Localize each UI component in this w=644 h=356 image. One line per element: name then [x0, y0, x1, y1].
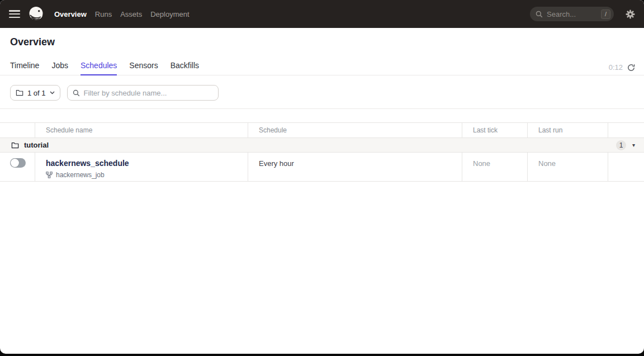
- repo-scope-label: 1 of 1: [27, 89, 46, 97]
- topbar-right-group: Search... /: [530, 7, 635, 21]
- tab-schedules[interactable]: Schedules: [80, 61, 117, 75]
- toggle-cell: [0, 153, 35, 181]
- schedule-name-link[interactable]: hackernews_schedule: [46, 159, 129, 168]
- last-run-value: None: [538, 159, 556, 168]
- overview-tabs: Timeline Jobs Schedules Sensors Backfill…: [0, 60, 644, 75]
- search-icon: [536, 11, 543, 18]
- tab-backfills[interactable]: Backfills: [171, 61, 199, 75]
- nav-item-assets[interactable]: Assets: [120, 10, 142, 18]
- nav-item-overview[interactable]: Overview: [54, 10, 87, 18]
- last-tick-cell: None: [462, 153, 527, 181]
- repo-group-row[interactable]: tutorial 1 ▾: [0, 138, 644, 153]
- repo-group-name: tutorial: [24, 141, 49, 149]
- overview-page: Overview Timeline Jobs Schedules Sensors…: [0, 36, 644, 182]
- header-last-run: Last run: [527, 123, 608, 137]
- schedule-table-row: hackernews_schedule hackernews_job: [0, 153, 644, 182]
- collapse-caret-icon[interactable]: ▾: [632, 143, 635, 148]
- refresh-countdown: 0:12: [609, 63, 623, 72]
- header-last-tick: Last tick: [462, 123, 527, 137]
- search-shortcut-kbd: /: [601, 10, 610, 19]
- tab-sensors[interactable]: Sensors: [129, 61, 158, 75]
- schedule-filter-field: [67, 85, 219, 101]
- nav-item-runs[interactable]: Runs: [95, 10, 112, 18]
- dagster-logo-icon[interactable]: [27, 6, 45, 23]
- last-tick-value: None: [473, 159, 490, 168]
- last-run-cell: None: [527, 153, 608, 181]
- folder-icon: [16, 89, 23, 96]
- global-search-input[interactable]: Search... /: [530, 7, 614, 21]
- job-name-link[interactable]: hackernews_job: [56, 171, 105, 179]
- table-header-row: Schedule name Schedule Last tick Last ru…: [0, 123, 644, 138]
- header-actions-column: [608, 123, 644, 137]
- chevron-down-icon: [50, 91, 55, 94]
- tab-timeline[interactable]: Timeline: [10, 61, 39, 75]
- group-count-badge: 1: [616, 140, 626, 150]
- settings-gear-icon[interactable]: [626, 10, 635, 19]
- tab-jobs[interactable]: Jobs: [51, 61, 68, 75]
- schedule-name-cell: hackernews_schedule hackernews_job: [35, 153, 248, 181]
- repo-scope-dropdown[interactable]: 1 of 1: [10, 85, 60, 101]
- primary-nav: Overview Runs Assets Deployment: [54, 10, 190, 18]
- search-icon: [73, 89, 80, 97]
- schedules-table: Schedule name Schedule Last tick Last ru…: [0, 122, 644, 182]
- refresh-icon[interactable]: [627, 64, 635, 72]
- schedule-cron-value: Every hour: [259, 159, 294, 168]
- schedule-enabled-toggle[interactable]: [10, 158, 26, 168]
- global-search-placeholder: Search...: [547, 10, 576, 18]
- job-icon: [46, 172, 53, 178]
- app-window: Overview Runs Assets Deployment Search..…: [0, 0, 644, 354]
- header-schedule-name: Schedule name: [35, 123, 248, 137]
- schedule-cron-cell: Every hour: [248, 153, 462, 181]
- page-title: Overview: [10, 36, 635, 48]
- refresh-group: 0:12: [609, 63, 635, 75]
- top-navigation-bar: Overview Runs Assets Deployment Search..…: [0, 0, 644, 28]
- hamburger-menu-icon[interactable]: [9, 10, 20, 18]
- schedule-filter-input[interactable]: [84, 89, 213, 97]
- header-toggle-column: [0, 123, 35, 137]
- schedules-filter-bar: 1 of 1: [0, 75, 644, 109]
- row-actions-cell: [608, 153, 644, 181]
- header-schedule: Schedule: [248, 123, 462, 137]
- folder-icon: [11, 142, 19, 149]
- nav-item-deployment[interactable]: Deployment: [150, 10, 189, 18]
- toggle-knob: [11, 159, 19, 167]
